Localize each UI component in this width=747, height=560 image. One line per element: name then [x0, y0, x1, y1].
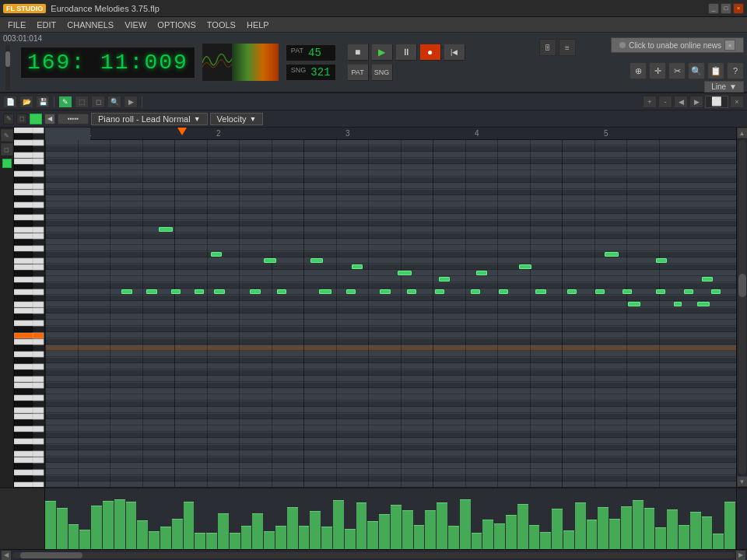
midi-note[interactable] [398, 271, 412, 275]
velocity-bar[interactable] [702, 516, 713, 549]
midi-note[interactable] [171, 289, 181, 294]
velocity-bar[interactable] [287, 507, 298, 549]
pattern-button[interactable]: ≡ [559, 39, 576, 56]
zoom-tool[interactable]: 🔍 [688, 62, 705, 79]
midi-note[interactable] [319, 289, 331, 294]
midi-note[interactable] [121, 289, 132, 294]
velocity-bar[interactable] [367, 521, 378, 549]
maximize-button[interactable]: □ [721, 3, 731, 14]
midi-note[interactable] [622, 289, 632, 294]
midi-note[interactable] [310, 258, 323, 263]
mixer-button[interactable]: 🎚 [539, 39, 556, 56]
minimize-button[interactable]: _ [708, 3, 719, 14]
pr-save-button[interactable]: 💾 [36, 96, 50, 108]
pr-zoom-out[interactable]: - [658, 96, 672, 108]
midi-note[interactable] [380, 289, 391, 294]
cursor-tool[interactable]: ✛ [649, 62, 666, 79]
scrollbar-right[interactable]: ▲ ▼ [736, 128, 747, 487]
scroll-thumb-v[interactable] [738, 274, 746, 297]
velocity-bars[interactable] [45, 488, 736, 549]
velocity-bar[interactable] [609, 519, 620, 549]
volume-slider[interactable] [5, 44, 11, 91]
menu-edit[interactable]: EDIT [32, 19, 61, 31]
velocity-scrollbar[interactable] [736, 488, 747, 549]
menu-file[interactable]: FILE [3, 19, 30, 31]
scroll-up-arrow[interactable]: ▲ [737, 128, 748, 138]
midi-note[interactable] [250, 289, 261, 294]
velocity-bar[interactable] [333, 500, 344, 549]
velocity-bar[interactable] [310, 511, 321, 549]
scroll-left-h[interactable]: ◀ [2, 551, 11, 560]
velocity-bar[interactable] [241, 526, 252, 549]
left-tool-2[interactable]: ◻ [1, 143, 13, 156]
velocity-bar[interactable] [563, 530, 574, 549]
velocity-bar[interactable] [79, 530, 90, 549]
pr-tool-icon1[interactable]: ✎ [3, 114, 14, 124]
velocity-bar[interactable] [460, 499, 471, 549]
velocity-bar[interactable] [391, 505, 402, 549]
velocity-btn[interactable]: Velocity ▼ [210, 113, 264, 125]
midi-note[interactable] [471, 289, 480, 294]
velocity-bar[interactable] [437, 502, 447, 549]
pr-select-tool[interactable]: ⬚ [75, 96, 89, 108]
scroll-down-arrow[interactable]: ▼ [737, 476, 748, 487]
velocity-bar[interactable] [425, 510, 436, 549]
velocity-bar[interactable] [724, 502, 735, 549]
midi-note[interactable] [697, 302, 710, 306]
velocity-bar[interactable] [472, 533, 482, 549]
menu-tools[interactable]: TOOLS [202, 19, 240, 31]
midi-note[interactable] [605, 252, 619, 257]
velocity-bar[interactable] [414, 525, 425, 549]
midi-note[interactable] [711, 289, 721, 294]
scissors-tool[interactable]: ✂ [668, 62, 686, 79]
record-button[interactable]: ● [419, 44, 441, 61]
velocity-bar[interactable] [679, 525, 689, 549]
midi-note[interactable] [214, 289, 225, 294]
velocity-bar[interactable] [321, 527, 332, 549]
velocity-bar[interactable] [114, 499, 125, 549]
midi-note[interactable] [499, 289, 508, 294]
velocity-bar[interactable] [299, 526, 310, 549]
scroll-thumb-h[interactable] [20, 552, 82, 558]
play-button[interactable]: ▶ [371, 44, 393, 61]
online-close-button[interactable]: × [724, 40, 735, 51]
velocity-bar[interactable] [517, 504, 528, 549]
menu-options[interactable]: OPTIONS [153, 19, 201, 31]
menu-help[interactable]: HELP [242, 19, 274, 31]
midi-note[interactable] [674, 302, 682, 306]
velocity-bar[interactable] [160, 527, 171, 549]
midi-note[interactable] [595, 289, 605, 294]
velocity-bar[interactable] [529, 525, 540, 549]
midi-note[interactable] [476, 271, 487, 275]
velocity-bar[interactable] [713, 534, 724, 549]
pr-play-tool[interactable]: ▶ [124, 96, 138, 108]
velocity-bar[interactable] [345, 529, 356, 549]
left-tool-1[interactable]: ✎ [1, 129, 13, 142]
pr-scroll-left[interactable]: ◀ [674, 96, 688, 108]
left-color-chip[interactable] [2, 159, 12, 168]
midi-note[interactable] [702, 277, 713, 282]
midi-note[interactable] [264, 258, 276, 263]
velocity-bar[interactable] [402, 510, 413, 549]
midi-note[interactable] [628, 302, 640, 306]
velocity-bar[interactable] [206, 533, 217, 549]
velocity-bar[interactable] [587, 520, 598, 549]
horizontal-scrollbar[interactable]: ◀ ▶ [0, 549, 747, 560]
velocity-bar[interactable] [482, 520, 493, 549]
velocity-bar[interactable] [45, 501, 56, 549]
velocity-bar[interactable] [655, 527, 666, 549]
velocity-bar[interactable] [275, 526, 286, 549]
midi-note[interactable] [146, 289, 157, 294]
velocity-bar[interactable] [644, 508, 655, 549]
midi-note[interactable] [277, 289, 286, 294]
pr-zoom-tool[interactable]: 🔍 [107, 96, 121, 108]
velocity-bar[interactable] [667, 509, 678, 549]
velocity-bar[interactable] [448, 526, 459, 549]
midi-note[interactable] [407, 289, 416, 294]
line-type-selector[interactable]: Line ▼ [704, 81, 744, 93]
stop-button[interactable]: ■ [347, 44, 369, 61]
velocity-bar[interactable] [172, 519, 183, 549]
velocity-bar[interactable] [633, 500, 644, 549]
velocity-bar[interactable] [690, 512, 701, 549]
velocity-bar[interactable] [552, 509, 563, 549]
